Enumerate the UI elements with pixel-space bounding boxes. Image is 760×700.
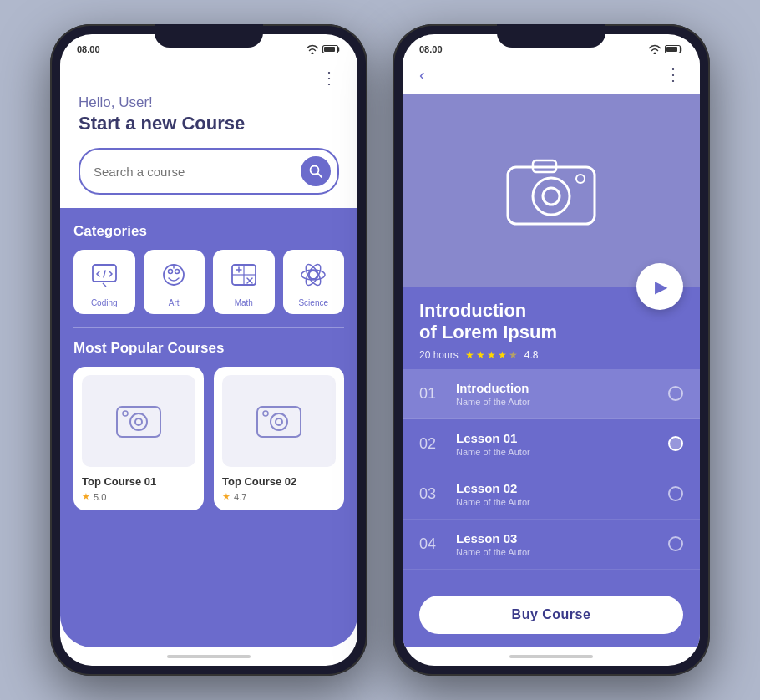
- lesson-radio-2[interactable]: [668, 436, 683, 451]
- lesson-title-3: Lesson 02: [456, 481, 655, 495]
- star-5-half: ★: [509, 349, 518, 361]
- rating-value: 4.8: [524, 349, 539, 361]
- svg-point-10: [175, 270, 180, 274]
- lesson-title-4: Lesson 03: [456, 531, 655, 545]
- rating-value-1: 5.0: [94, 492, 106, 502]
- rating-value-2: 4.7: [234, 492, 246, 502]
- course-name-2: Top Course 02: [222, 475, 336, 488]
- course-hours: 20 hours: [419, 349, 459, 361]
- svg-rect-32: [666, 47, 677, 52]
- lesson-info-3: Lesson 02 Name of the Autor: [456, 481, 655, 507]
- stars-row: ★ ★ ★ ★ ★: [465, 349, 518, 361]
- divider: [73, 327, 344, 328]
- home-indicator-2: [509, 655, 593, 658]
- star-1: ★: [465, 349, 474, 361]
- lesson-item-2[interactable]: 02 Lesson 01 Name of the Autor: [403, 419, 700, 469]
- search-input[interactable]: [94, 165, 301, 179]
- detail-body: Introductionof Lorem Ipsum 20 hours ★ ★ …: [403, 287, 700, 647]
- lesson-author-2: Name of the Autor: [456, 447, 655, 457]
- lesson-num-2: 02: [419, 435, 443, 453]
- svg-point-30: [263, 411, 268, 416]
- course-rating-2: ★ 4.7: [222, 491, 336, 502]
- svg-point-9: [169, 270, 173, 274]
- play-button[interactable]: ▶: [636, 263, 683, 310]
- course-thumb-2: [222, 375, 336, 467]
- categories-title: Categories: [73, 223, 344, 240]
- category-math[interactable]: Math: [213, 250, 275, 314]
- lesson-item-3[interactable]: 03 Lesson 02 Name of the Autor: [403, 469, 700, 520]
- hero-camera-icon: [501, 149, 601, 232]
- menu-button[interactable]: ⋮: [79, 68, 339, 88]
- category-art[interactable]: Art: [144, 250, 205, 314]
- phone-detail: 08.00 ‹ ⋮: [393, 24, 710, 676]
- battery-icon-2: [665, 44, 683, 54]
- search-icon: [309, 165, 322, 178]
- lesson-radio-3[interactable]: [668, 486, 683, 501]
- time: 08.00: [77, 44, 100, 54]
- battery-icon: [322, 44, 341, 54]
- phone-home: 08.00 ⋮ Hello, User!: [50, 24, 367, 676]
- art-icon: [155, 256, 192, 293]
- play-icon: ▶: [655, 276, 667, 297]
- math-icon: [225, 256, 262, 293]
- wifi-icon-2: [648, 44, 661, 54]
- course-title: Introductionof Lorem Ipsum: [419, 300, 683, 344]
- course-thumb-1: [82, 375, 195, 467]
- course-meta: 20 hours ★ ★ ★ ★ ★ 4.8: [419, 349, 683, 361]
- lesson-author-4: Name of the Autor: [456, 547, 655, 557]
- svg-point-26: [123, 411, 128, 416]
- lesson-info-1: Introduction Name of the Autor: [456, 381, 655, 407]
- coding-icon: [86, 256, 123, 293]
- detail-hero: ▶: [403, 94, 700, 287]
- notch: [155, 24, 263, 48]
- course-card-2[interactable]: Top Course 02 ★ 4.7: [214, 367, 344, 510]
- lesson-info-4: Lesson 03 Name of the Autor: [456, 531, 655, 557]
- category-coding[interactable]: Coding: [73, 250, 135, 314]
- notch-2: [497, 24, 605, 48]
- lesson-info-2: Lesson 01 Name of the Autor: [456, 431, 655, 457]
- menu-button-2[interactable]: ⋮: [665, 64, 683, 84]
- back-button[interactable]: ‹: [419, 65, 425, 84]
- lesson-item-1[interactable]: 01 Introduction Name of the Autor: [403, 369, 700, 419]
- status-icons-2: [648, 44, 683, 54]
- lesson-radio-1[interactable]: [668, 386, 683, 401]
- art-label: Art: [169, 298, 180, 307]
- svg-point-24: [130, 413, 147, 430]
- svg-point-35: [543, 188, 560, 205]
- lesson-radio-4[interactable]: [668, 536, 683, 551]
- greeting-text: Hello, User!: [79, 94, 339, 111]
- lesson-num-3: 03: [419, 485, 443, 503]
- subtitle-text: Start a new Course: [79, 113, 339, 134]
- lessons-list: 01 Introduction Name of the Autor 02 Les…: [403, 369, 700, 586]
- svg-point-34: [533, 178, 570, 215]
- lesson-title-1: Introduction: [456, 381, 655, 395]
- popular-title: Most Popular Courses: [73, 340, 344, 357]
- svg-line-6: [103, 283, 106, 287]
- lesson-num-4: 04: [419, 535, 443, 553]
- course-card-1[interactable]: Top Course 01 ★ 5.0: [73, 367, 204, 510]
- home-bar: [60, 647, 357, 666]
- categories-grid: Coding Art: [73, 250, 344, 314]
- lesson-author-1: Name of the Autor: [456, 397, 655, 407]
- science-label: Science: [298, 298, 328, 307]
- coding-label: Coding: [91, 298, 118, 307]
- star-4: ★: [498, 349, 507, 361]
- svg-point-25: [135, 418, 142, 425]
- buy-course-button[interactable]: Buy Course: [419, 596, 683, 634]
- science-icon: [295, 256, 332, 293]
- lesson-title-2: Lesson 01: [456, 431, 655, 445]
- wifi-icon: [306, 44, 319, 54]
- lesson-author-3: Name of the Autor: [456, 497, 655, 507]
- star-2: ★: [476, 349, 485, 361]
- lesson-item-4[interactable]: 04 Lesson 03 Name of the Autor: [403, 520, 700, 570]
- detail-header: ‹ ⋮: [403, 58, 700, 94]
- buy-button-wrap: Buy Course: [403, 586, 700, 647]
- star-icon-2: ★: [222, 491, 231, 502]
- course-name-1: Top Course 01: [82, 475, 195, 488]
- category-science[interactable]: Science: [283, 250, 345, 314]
- search-button[interactable]: [301, 156, 331, 186]
- svg-line-3: [318, 174, 322, 178]
- star-3: ★: [487, 349, 496, 361]
- star-icon: ★: [82, 491, 90, 502]
- svg-rect-1: [324, 47, 335, 52]
